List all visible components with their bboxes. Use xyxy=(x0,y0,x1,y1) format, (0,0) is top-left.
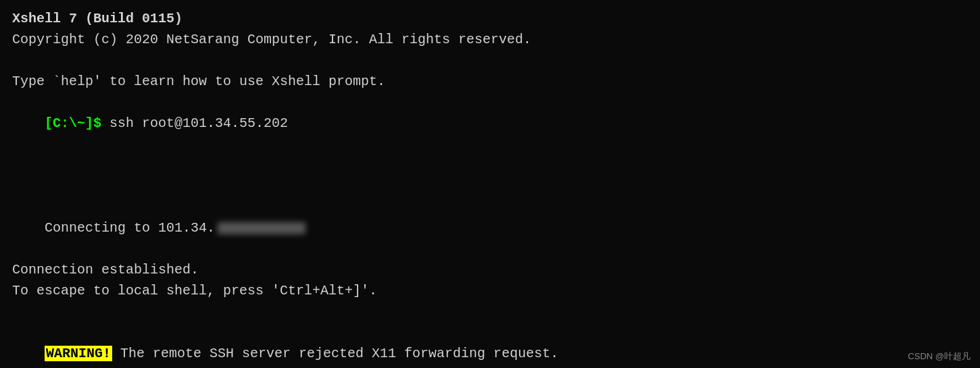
terminal-window[interactable]: Xshell 7 (Build 0115) Copyright (c) 2020… xyxy=(0,0,980,368)
command1: ssh root@101.34.55.202 xyxy=(101,115,288,131)
blank-line-4 xyxy=(12,301,968,322)
connecting-line: Connecting to 101.34. xyxy=(12,196,968,259)
blank-line-1 xyxy=(12,50,968,71)
copyright-line: Copyright (c) 2020 NetSarang Computer, I… xyxy=(12,29,968,50)
warning-badge: WARNING! xyxy=(45,346,112,361)
blank-line-3 xyxy=(12,176,968,196)
watermark: CSDN @叶超凡 xyxy=(908,350,971,363)
warning-text: The remote SSH server rejected X11 forwa… xyxy=(112,346,558,361)
connection-established: Connection established. xyxy=(12,259,968,280)
prompt1: [C:\~]$ xyxy=(45,115,101,131)
blank-line-2 xyxy=(12,155,968,176)
blurred-ip xyxy=(218,222,305,234)
prompt-line-1: [C:\~]$ ssh root@101.34.55.202 xyxy=(12,92,968,155)
title-line: Xshell 7 (Build 0115) xyxy=(12,8,968,29)
connecting-start: Connecting to 101.34. xyxy=(45,220,215,236)
escape-hint: To escape to local shell, press 'Ctrl+Al… xyxy=(12,280,968,301)
warning-line: WARNING! The remote SSH server rejected … xyxy=(12,322,968,368)
help-line: Type `help' to learn how to use Xshell p… xyxy=(12,71,968,92)
